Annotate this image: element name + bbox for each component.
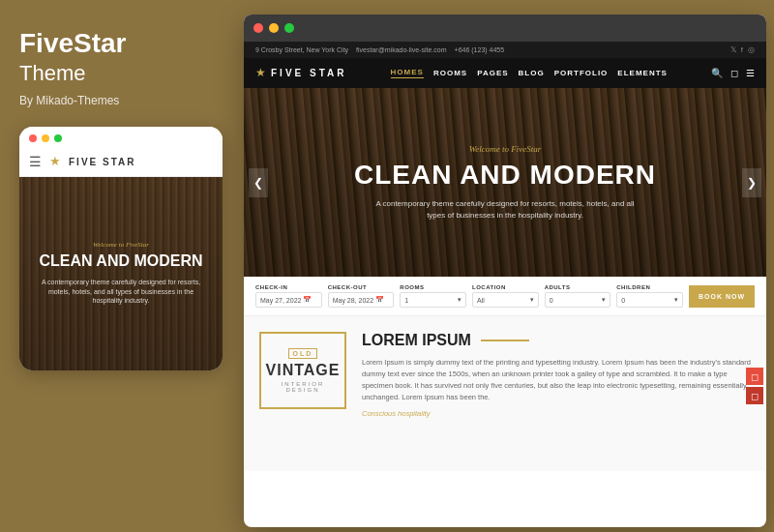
mobile-hero-desc: A contemporary theme carefully designed … — [34, 278, 208, 306]
location-chevron-icon: ▾ — [530, 296, 534, 304]
checkin-calendar-icon: 📅 — [303, 296, 312, 304]
vintage-old-label: OLD — [288, 348, 318, 359]
side-icons: ◻ ◻ — [746, 368, 763, 404]
hamburger-icon: ☰ — [29, 154, 42, 170]
checkin-label: CHECK-IN — [255, 284, 322, 290]
lorem-body: Lorem Ipsum is simply dummy text of the … — [362, 357, 751, 403]
booking-bar: CHECK-IN May 27, 2022 📅 CHECK-OUT May 28… — [244, 277, 766, 316]
hero-welcome-text: Welcome to FiveStar — [469, 144, 542, 154]
brand-author: By Mikado-Themes — [19, 94, 119, 107]
children-chevron-icon: ▾ — [674, 296, 678, 304]
nav-star-icon: ★ — [255, 66, 266, 80]
site-topbar: 9 Crosby Street, New York City fivestar@… — [244, 42, 766, 58]
rooms-label: ROOMS — [400, 284, 466, 290]
nav-link-pages[interactable]: PAGES — [477, 69, 508, 77]
content-link[interactable]: Conscious hospitality — [362, 409, 751, 418]
twitter-icon: 𝕏 — [730, 45, 736, 54]
mobile-preview-card: ☰ ★ FIVE STAR Welcome to FiveStar CLEAN … — [19, 127, 223, 370]
children-value: 0 — [621, 297, 625, 304]
facebook-icon: f — [741, 45, 743, 54]
children-select[interactable]: 0 ▾ — [616, 292, 683, 308]
adults-select[interactable]: 0 ▾ — [545, 292, 611, 308]
adults-label: ADULTS — [545, 284, 611, 290]
nav-logo-text: FIVE STAR — [271, 68, 346, 78]
browser-window: 9 Crosby Street, New York City fivestar@… — [244, 15, 766, 527]
brand-title: FiveStar — [19, 29, 127, 59]
rooms-select[interactable]: 1 ▾ — [400, 292, 466, 308]
nav-link-portfolio[interactable]: PORTFOLIO — [554, 69, 609, 77]
nav-link-blog[interactable]: BLOG — [519, 69, 545, 77]
vintage-main-label: VINTAGE — [266, 362, 341, 379]
next-button[interactable]: ❯ — [742, 168, 761, 197]
mobile-nav-bar: ☰ ★ FIVE STAR — [19, 148, 223, 177]
left-panel: FiveStar Theme By Mikado-Themes ☰ ★ FIVE… — [0, 0, 237, 532]
rooms-field: ROOMS 1 ▾ — [400, 284, 466, 308]
topbar-left: 9 Crosby Street, New York City fivestar@… — [255, 46, 504, 53]
menu-icon[interactable]: ☰ — [746, 68, 755, 78]
mobile-star-icon: ★ — [49, 154, 61, 169]
nav-links: HOMES ROOMS PAGES BLOG PORTFOLIO ELEMENT… — [391, 68, 668, 78]
rooms-value: 1 — [404, 297, 408, 304]
adults-chevron-icon: ▾ — [602, 296, 606, 304]
search-icon[interactable]: 🔍 — [711, 68, 723, 78]
site-content: OLD VINTAGE INTERIOR DESIGN LOREM IPSUM … — [244, 316, 766, 471]
checkout-label: CHECK-OUT — [328, 284, 395, 290]
checkout-field: CHECK-OUT May 28, 2022 📅 — [328, 284, 395, 308]
side-bookmark-icon[interactable]: ◻ — [746, 368, 763, 385]
topbar-email: fivestar@mikado-live-site.com — [356, 46, 446, 53]
mobile-hero: Welcome to FiveStar CLEAN AND MODERN A c… — [19, 177, 223, 370]
content-text-area: LOREM IPSUM Lorem Ipsum is simply dummy … — [362, 332, 751, 456]
checkin-input[interactable]: May 27, 2022 📅 — [255, 292, 322, 308]
lorem-heading-text: LOREM IPSUM — [362, 332, 471, 349]
location-field: LOCATION All ▾ — [472, 284, 539, 308]
browser-dot-green[interactable] — [284, 23, 294, 33]
lorem-heading: LOREM IPSUM — [362, 332, 751, 349]
brand-subtitle: Theme — [19, 61, 85, 86]
vintage-design-label: DESIGN — [285, 387, 319, 393]
topbar-phone: +646 (123) 4455 — [455, 46, 505, 53]
browser-dot-red[interactable] — [253, 23, 263, 33]
nav-icons: 🔍 ◻ ☰ — [711, 68, 755, 78]
browser-content: 9 Crosby Street, New York City fivestar@… — [244, 42, 766, 527]
mobile-card-dots — [19, 127, 223, 148]
nav-link-elements[interactable]: ELEMENTS — [617, 69, 668, 77]
location-select[interactable]: All ▾ — [472, 292, 539, 308]
site-hero: ❮ Welcome to FiveStar CLEAN AND MODERN A… — [244, 88, 766, 277]
mobile-hero-title: CLEAN AND MODERN — [39, 252, 202, 270]
hero-title: CLEAN AND MODERN — [354, 160, 656, 191]
topbar-right: 𝕏 f ◎ — [730, 45, 755, 54]
vintage-logo: OLD VINTAGE INTERIOR DESIGN — [259, 332, 346, 409]
hero-desc: A contemporary theme carefully designed … — [370, 198, 640, 222]
rooms-chevron-icon: ▾ — [458, 296, 461, 304]
mobile-logo-text: FIVE STAR — [69, 157, 135, 167]
checkout-value: May 28, 2022 — [333, 297, 373, 304]
nav-link-rooms[interactable]: ROOMS — [433, 69, 467, 77]
nav-logo: ★ FIVE STAR — [255, 66, 346, 80]
bag-icon[interactable]: ◻ — [730, 68, 738, 78]
adults-value: 0 — [550, 297, 553, 304]
dot-red — [29, 134, 37, 142]
children-field: CHILDREN 0 ▾ — [616, 284, 683, 308]
children-label: CHILDREN — [616, 284, 683, 290]
mobile-welcome-text: Welcome to FiveStar — [93, 241, 149, 249]
dot-yellow — [42, 134, 49, 142]
location-label: LOCATION — [472, 284, 539, 290]
location-value: All — [477, 297, 485, 304]
checkin-value: May 27, 2022 — [260, 297, 301, 304]
checkout-input[interactable]: May 28, 2022 📅 — [328, 292, 395, 308]
adults-field: ADULTS 0 ▾ — [545, 284, 611, 308]
heading-line — [481, 340, 529, 341]
instagram-icon: ◎ — [748, 45, 755, 54]
nav-link-homes[interactable]: HOMES — [391, 68, 424, 78]
site-nav: ★ FIVE STAR HOMES ROOMS PAGES BLOG PORTF… — [244, 58, 766, 88]
book-now-button[interactable]: BOOK NOW — [689, 285, 755, 308]
browser-dot-yellow[interactable] — [269, 23, 279, 33]
browser-chrome — [244, 15, 766, 42]
checkin-field: CHECK-IN May 27, 2022 📅 — [255, 284, 322, 308]
prev-button[interactable]: ❮ — [249, 168, 268, 197]
checkout-calendar-icon: 📅 — [375, 296, 384, 304]
dot-green — [54, 134, 62, 142]
side-cart-icon[interactable]: ◻ — [746, 387, 763, 404]
topbar-address: 9 Crosby Street, New York City — [255, 46, 348, 53]
